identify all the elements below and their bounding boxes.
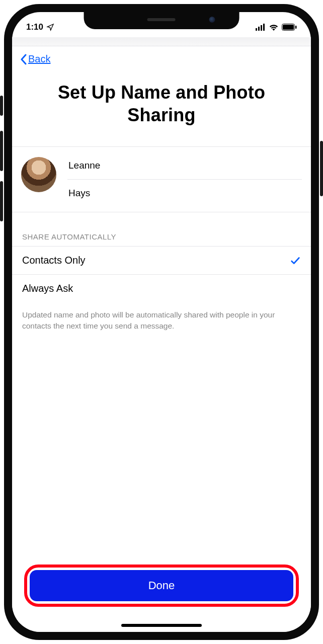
phone-frame: 1:10 (4, 4, 319, 640)
status-time: 1:10 (26, 22, 43, 32)
chevron-left-icon (20, 54, 27, 65)
notch (84, 12, 239, 29)
spacer (12, 338, 311, 556)
back-button[interactable]: Back (20, 53, 50, 65)
content: Back Set Up Name and Photo Sharing Leann… (12, 37, 311, 632)
nav-bar: Back (12, 46, 311, 70)
option-contacts-only[interactable]: Contacts Only (12, 246, 311, 274)
option-label: Contacts Only (22, 255, 86, 266)
option-always-ask[interactable]: Always Ask (12, 274, 311, 302)
svg-rect-1 (258, 27, 260, 31)
svg-rect-6 (295, 26, 297, 29)
home-indicator[interactable] (121, 624, 202, 627)
side-button-silence (0, 96, 3, 116)
share-footnote: Updated name and photo will be automatic… (12, 302, 311, 338)
name-section: Leanne Hays (12, 146, 311, 212)
done-wrap: Done (12, 556, 311, 632)
side-button-volume-down (0, 181, 3, 221)
screen: 1:10 (12, 12, 311, 632)
back-label: Back (28, 53, 50, 65)
side-button-volume-up (0, 131, 3, 171)
sheet-handle (12, 37, 311, 46)
name-fields: Leanne Hays (67, 152, 302, 207)
wifi-icon (269, 24, 279, 31)
speaker-grill (147, 18, 176, 21)
annotation-highlight: Done (24, 565, 299, 607)
checkmark-icon (290, 255, 301, 266)
page-title: Set Up Name and Photo Sharing (12, 70, 311, 146)
share-section-header: SHARE AUTOMATICALLY (12, 212, 311, 246)
avatar[interactable] (21, 157, 56, 192)
side-button-power (320, 141, 323, 196)
cellular-icon (256, 24, 266, 31)
svg-rect-3 (263, 24, 265, 31)
done-button[interactable]: Done (30, 570, 293, 601)
location-icon (46, 23, 54, 31)
front-camera (209, 17, 215, 23)
svg-rect-5 (283, 25, 294, 30)
option-label: Always Ask (22, 283, 73, 294)
first-name-field[interactable]: Leanne (67, 152, 302, 179)
last-name-field[interactable]: Hays (67, 179, 302, 207)
svg-rect-0 (256, 28, 257, 31)
svg-rect-2 (261, 25, 262, 31)
battery-icon (282, 24, 297, 31)
